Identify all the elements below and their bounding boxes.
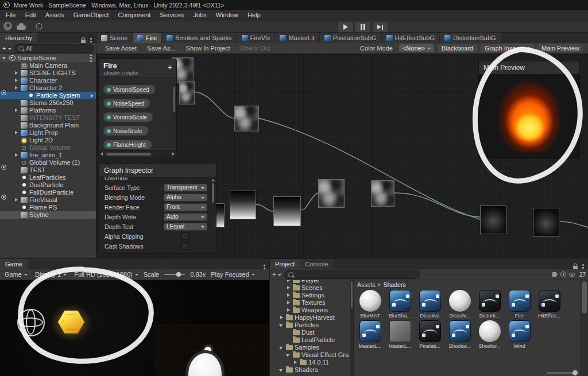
expand-arrow-icon[interactable] bbox=[293, 360, 298, 365]
expand-arrow-icon[interactable] bbox=[14, 78, 19, 83]
scale-slider[interactable] bbox=[164, 274, 185, 275]
expand-arrow-icon[interactable] bbox=[14, 168, 19, 173]
shader-graph-tab[interactable]: HitEffectSubG bbox=[382, 33, 440, 43]
tab-hierarchy[interactable]: Hierarchy bbox=[0, 33, 37, 43]
asset-item[interactable]: Pixelati... bbox=[416, 320, 443, 349]
scrollbar-thumb[interactable] bbox=[212, 183, 214, 203]
setting-dropdown[interactable]: Front bbox=[164, 203, 207, 211]
folder-row[interactable]: Settings bbox=[270, 292, 353, 299]
scrollbar-thumb[interactable] bbox=[106, 153, 151, 156]
expand-arrow-icon[interactable] bbox=[21, 93, 26, 98]
setting-dropdown[interactable]: Transparent bbox=[164, 184, 207, 192]
tab-project[interactable]: Project bbox=[270, 259, 300, 269]
setting-checkbox[interactable] bbox=[181, 242, 189, 250]
setting-dropdown[interactable]: Alpha bbox=[164, 193, 207, 201]
shader-graph-tab[interactable]: PixelationSubG bbox=[320, 33, 382, 43]
hierarchy-item[interactable]: Background Plain bbox=[0, 122, 96, 129]
hierarchy-item[interactable]: DustParticle bbox=[0, 181, 96, 189]
expand-arrow-icon[interactable] bbox=[14, 130, 19, 135]
asset-item[interactable]: Dissolv... bbox=[446, 290, 473, 319]
folder-row[interactable]: Scenes bbox=[270, 284, 353, 292]
expand-arrow-icon[interactable] bbox=[14, 63, 19, 68]
graph-node-preview[interactable] bbox=[230, 191, 256, 219]
shader-graph-tab[interactable]: FireVfx bbox=[237, 33, 276, 43]
inspector-vertical-scrollbar[interactable] bbox=[211, 179, 215, 251]
expand-arrow-icon[interactable] bbox=[279, 323, 284, 328]
menu-item[interactable]: Assets bbox=[41, 10, 69, 20]
folder-row[interactable]: Visual Effect Gra bbox=[270, 351, 353, 359]
graph-node-preview[interactable] bbox=[179, 82, 195, 104]
menu-item[interactable]: Jobs bbox=[189, 10, 211, 20]
folder-row[interactable]: Dust bbox=[270, 329, 353, 336]
create-menu-button[interactable]: + bbox=[2, 45, 11, 52]
scene-visibility-icon[interactable] bbox=[1, 195, 6, 200]
menu-item[interactable]: Component bbox=[113, 10, 155, 20]
folder-row[interactable]: Samples bbox=[270, 344, 353, 351]
expand-arrow-icon[interactable] bbox=[14, 123, 19, 128]
graph-node-preview[interactable] bbox=[234, 106, 259, 131]
expand-arrow-icon[interactable] bbox=[14, 183, 19, 188]
menu-item[interactable]: Services bbox=[155, 10, 188, 20]
hierarchy-item[interactable]: INTENSITY TEST bbox=[0, 114, 96, 122]
display-dropdown[interactable]: Display 1 bbox=[33, 270, 69, 279]
thumbnail-size-slider[interactable] bbox=[547, 372, 577, 374]
graph-inspector-title[interactable]: Graph Inspector bbox=[99, 164, 216, 178]
expand-arrow-icon[interactable] bbox=[14, 115, 19, 121]
expand-arrow-icon[interactable] bbox=[286, 293, 291, 298]
shader-graph-canvas[interactable]: Fire Shader Graphs + VoronoiSpeed NoiseS… bbox=[96, 54, 588, 258]
asset-item[interactable]: Shockw... bbox=[446, 320, 473, 349]
game-viewport[interactable] bbox=[0, 280, 269, 376]
expand-arrow-icon[interactable] bbox=[14, 212, 19, 218]
hierarchy-item[interactable]: Global Volume bbox=[0, 144, 96, 152]
main-preview-toggle-button[interactable]: Main Preview bbox=[537, 44, 583, 52]
shader-property-pill[interactable]: NoiseScale bbox=[103, 126, 149, 136]
scroll-up-arrow-icon[interactable] bbox=[211, 179, 215, 181]
graph-node-preview[interactable] bbox=[533, 208, 559, 237]
asset-item[interactable]: Shockw... bbox=[476, 320, 503, 349]
scroll-left-arrow-icon[interactable] bbox=[100, 152, 103, 156]
expand-arrow-icon[interactable] bbox=[279, 367, 284, 373]
color-mode-dropdown[interactable]: <None> bbox=[399, 44, 434, 52]
scene-header-row[interactable]: SampleScene bbox=[0, 54, 96, 62]
scene-options-icon[interactable] bbox=[90, 57, 92, 59]
hierarchy-item[interactable]: Main Camera bbox=[0, 62, 96, 69]
tree-scrollbar[interactable] bbox=[350, 280, 353, 376]
hierarchy-item[interactable]: FireVisual bbox=[0, 196, 96, 204]
shader-graph-tab[interactable]: DistortionSubG bbox=[440, 33, 501, 43]
show-in-project-button[interactable]: Show In Project bbox=[182, 44, 234, 52]
scene-visibility-icon[interactable] bbox=[1, 90, 6, 95]
hierarchy-search-input[interactable]: All bbox=[14, 44, 94, 53]
expand-arrow-icon[interactable] bbox=[14, 153, 19, 158]
expand-arrow-icon[interactable] bbox=[14, 100, 19, 106]
blackboard-vertical-scrollbar[interactable] bbox=[173, 86, 175, 143]
menu-item[interactable]: File bbox=[1, 10, 21, 20]
expand-arrow-icon[interactable] bbox=[286, 285, 291, 290]
graph-node-preview[interactable] bbox=[318, 179, 345, 208]
folder-row[interactable]: LeafParticle bbox=[270, 336, 353, 344]
expand-arrow-icon[interactable] bbox=[14, 145, 19, 150]
expand-arrow-icon[interactable] bbox=[286, 280, 291, 283]
hierarchy-item[interactable]: FallDustParticle bbox=[0, 189, 96, 196]
hierarchy-item[interactable]: Character bbox=[0, 77, 96, 84]
expand-arrow-icon[interactable] bbox=[14, 175, 19, 180]
hierarchy-item[interactable]: TEST bbox=[0, 166, 96, 174]
scene-visibility-icon[interactable] bbox=[1, 165, 6, 170]
menu-item[interactable]: GameObject bbox=[69, 10, 114, 20]
expand-arrow-icon[interactable] bbox=[286, 300, 291, 305]
check-out-button[interactable]: Check Out bbox=[237, 44, 274, 52]
asset-item[interactable]: BlurMAT bbox=[357, 290, 384, 319]
expand-arrow-icon[interactable] bbox=[286, 308, 291, 313]
add-property-button[interactable]: + bbox=[168, 64, 172, 71]
shader-graph-tab[interactable]: MasterLit bbox=[275, 33, 319, 43]
graph-node-preview[interactable] bbox=[273, 196, 301, 226]
tab-console[interactable]: Console bbox=[300, 259, 333, 269]
folder-row[interactable]: Particles bbox=[270, 321, 353, 329]
breadcrumb-current[interactable]: Shaders bbox=[384, 281, 406, 288]
pane-menu-icon[interactable] bbox=[582, 267, 584, 269]
hierarchy-item[interactable]: Character 2 bbox=[0, 84, 96, 92]
folder-row[interactable]: Weapons bbox=[270, 307, 353, 314]
asset-item[interactable]: Fire bbox=[506, 290, 533, 319]
hierarchy-item[interactable]: Platforms bbox=[0, 107, 96, 114]
expand-arrow-icon[interactable] bbox=[286, 352, 291, 358]
shader-property-pill[interactable]: VoronoiSpeed bbox=[103, 84, 156, 95]
